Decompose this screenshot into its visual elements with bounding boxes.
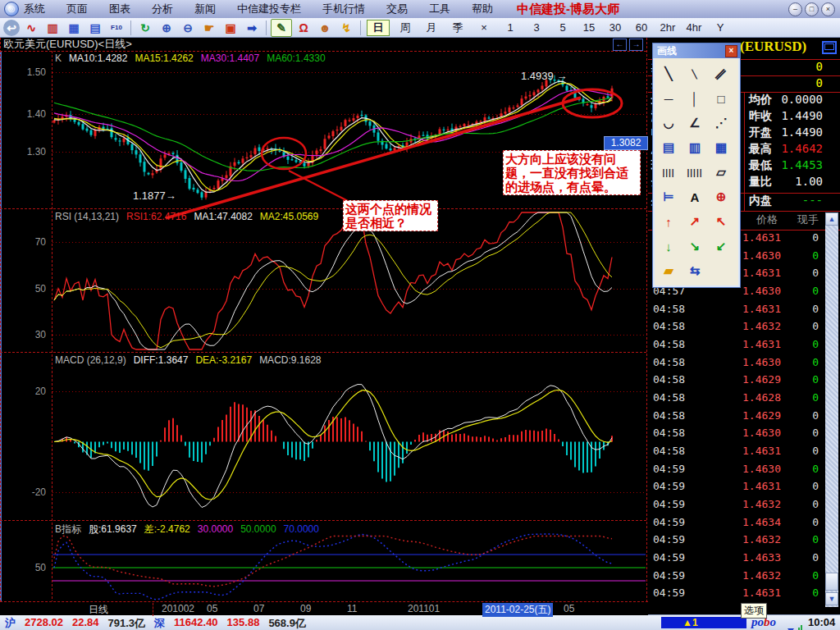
status-item: 791.3亿 xyxy=(108,616,146,630)
text-tool[interactable]: A xyxy=(682,185,708,209)
cycle-circle-tool[interactable]: ⊕ xyxy=(708,185,734,209)
status-item: 深 xyxy=(154,616,165,630)
tick-price: 1.4629 xyxy=(742,409,781,422)
percent-line-tool[interactable]: ▦ xyxy=(708,135,734,160)
draw-toolbar-titlebar[interactable]: 画线 × xyxy=(653,43,740,58)
scroll-up-icon[interactable]: ▲ xyxy=(825,212,838,226)
tick-row[interactable]: 04:581.46290 xyxy=(648,409,840,427)
restore-button[interactable]: □ xyxy=(805,2,819,16)
golden-section-v-tool[interactable]: ▥ xyxy=(682,135,708,160)
golden-section-h-tool[interactable]: ▤ xyxy=(655,135,682,160)
tick-row[interactable]: 04:581.46300 xyxy=(648,427,840,444)
scale-label: 1.40 xyxy=(0,108,46,120)
legend-item: MA2:45.0569 xyxy=(260,211,318,222)
tick-row[interactable]: 04:591.46310 xyxy=(648,587,840,604)
tick-row[interactable]: 04:581.46280 xyxy=(648,391,840,409)
panel-maximize-icon[interactable] xyxy=(822,41,837,54)
quote-label: 量比 xyxy=(749,175,772,189)
interval-button[interactable]: Y xyxy=(710,21,731,35)
ray-fan-tool[interactable]: ⋰ xyxy=(708,111,734,135)
tick-row[interactable]: 04:591.46300 xyxy=(648,463,840,480)
tick-time: 04:58 xyxy=(653,445,685,457)
window-controls: –□× xyxy=(788,2,835,16)
tick-price: 1.4630 xyxy=(742,427,781,439)
axis-tail-label: 05 xyxy=(564,603,574,614)
tick-row[interactable]: 04:581.46320 xyxy=(648,320,840,337)
arrow-sw-tool[interactable]: ↙ xyxy=(708,234,734,258)
tick-price: 1.4632 xyxy=(742,533,781,546)
channel-tool[interactable]: ▱ xyxy=(708,160,734,185)
tick-price: 1.4631 xyxy=(742,231,781,244)
legend-item: MA30:1.4407 xyxy=(201,52,259,64)
tick-volume: 0 xyxy=(812,587,819,599)
tick-price: 1.4632 xyxy=(742,498,781,510)
minimize-button[interactable]: – xyxy=(788,2,802,16)
vertical-line-tool[interactable]: │ xyxy=(682,86,708,111)
trend-line-tool[interactable]: ╲ xyxy=(655,62,682,86)
indicator-legend: MACD (26,12,9)DIFF:1.3647DEA:-3.2167MACD… xyxy=(55,354,329,366)
quote-label: 内盘 xyxy=(749,194,772,208)
quote-symbol: (EURUSD) xyxy=(740,39,806,55)
draw-tool-grid: ╲╲∥─│□◡∠⋰▤▥▦|||||||||▱⊨A⊕↑↗↖↓↘↙▰⇆ xyxy=(653,58,740,287)
tick-row[interactable]: 04:581.46310 xyxy=(648,338,840,355)
indicator-legend: B指标股:61.9637差:-2.476230.000050.000070.00… xyxy=(55,523,326,534)
scroll-thumb[interactable] xyxy=(825,573,838,591)
tick-col-price: 价格 xyxy=(756,212,778,227)
tick-volume: 0 xyxy=(812,391,819,404)
tick-row[interactable]: 04:581.46310 xyxy=(648,445,840,462)
arrow-nw-tool[interactable]: ↖ xyxy=(708,209,734,234)
exit-draw-tool[interactable]: ⇆ xyxy=(682,258,708,283)
tick-row[interactable]: 04:591.46310 xyxy=(648,480,840,497)
tick-row[interactable]: 04:581.46290 xyxy=(648,373,840,390)
horizontal-line-tool[interactable]: ─ xyxy=(655,86,682,111)
tick-price: 1.4629 xyxy=(742,373,781,386)
tick-row[interactable]: 04:591.46320 xyxy=(648,533,840,550)
legend-item: K xyxy=(55,52,62,64)
tick-time: 04:59 xyxy=(653,463,685,475)
connection-badge: ▲1 xyxy=(661,617,746,628)
interval-button[interactable]: 2hr xyxy=(657,21,678,35)
tick-price: 1.4631 xyxy=(742,587,781,599)
tick-row[interactable]: 04:591.46320 xyxy=(648,569,840,587)
arrow-down-tool[interactable]: ↓ xyxy=(655,234,682,258)
period-axis-label: 日线 xyxy=(89,603,108,617)
interval-button[interactable]: 4hr xyxy=(683,21,705,35)
quote-label: 均价 xyxy=(749,93,772,107)
tick-volume: 0 xyxy=(812,569,819,582)
fib-cycle-tool[interactable]: ||||| xyxy=(682,160,708,185)
eraser-tool[interactable]: ▰ xyxy=(655,258,682,283)
cycle-line-tool[interactable]: |||| xyxy=(655,160,682,185)
arrow-ne-tool[interactable]: ↗ xyxy=(682,209,708,234)
status-item: 22.84 xyxy=(72,616,99,630)
indicator-legend: RSI (14,13,21)RSI1:62.4716MA1:47.4082MA2… xyxy=(55,211,326,222)
close-icon[interactable]: × xyxy=(725,45,737,57)
tick-volume: 0 xyxy=(812,249,819,262)
tick-row[interactable]: 04:581.46300 xyxy=(648,356,840,373)
tick-price: 1.4631 xyxy=(742,338,781,350)
tick-row[interactable]: 04:581.46310 xyxy=(648,303,840,320)
tick-time: 04:59 xyxy=(653,516,685,528)
tick-volume: 0 xyxy=(812,463,819,475)
arrow-se-tool[interactable]: ↘ xyxy=(682,234,708,258)
quote-value: --- xyxy=(802,194,823,207)
tick-volume: 0 xyxy=(812,516,819,528)
arrow-up-tool[interactable]: ↑ xyxy=(655,209,682,234)
tick-volume: 0 xyxy=(812,551,819,564)
tick-time: 04:58 xyxy=(653,391,685,404)
cursor-date-box: 2011-02-25(五) xyxy=(482,603,553,617)
close-button[interactable]: × xyxy=(821,2,835,16)
axis-tick-label: 05 xyxy=(207,603,217,614)
tick-row[interactable]: 04:591.46320 xyxy=(648,498,840,515)
tick-time: 04:59 xyxy=(653,551,685,564)
tick-scrollbar[interactable]: ▲ ▼ xyxy=(825,212,838,607)
gann-fan-tool[interactable]: ∠ xyxy=(682,111,708,135)
tick-volume: 0 xyxy=(812,445,819,457)
price-mark-tool[interactable]: ⊨ xyxy=(655,185,682,209)
tick-time: 04:59 xyxy=(653,569,685,582)
legend-item: DIFF:1.3647 xyxy=(134,354,189,366)
arc-tool[interactable]: ◡ xyxy=(655,111,682,135)
tick-row[interactable]: 04:591.46340 xyxy=(648,516,840,533)
scroll-down-icon[interactable]: ▼ xyxy=(825,592,838,605)
tick-row[interactable]: 04:591.46330 xyxy=(648,551,840,568)
options-tooltip: 选项 xyxy=(741,603,767,619)
